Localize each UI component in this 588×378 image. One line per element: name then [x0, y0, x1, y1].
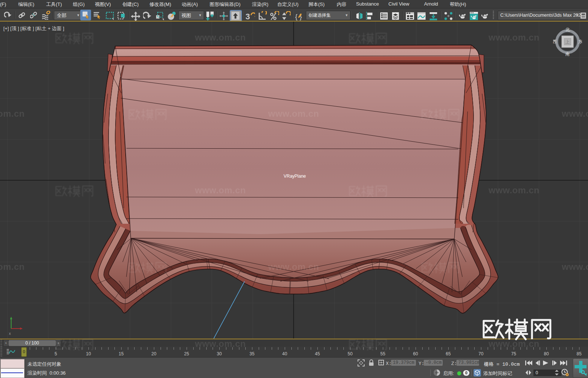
svg-text:西: 西 — [553, 39, 557, 44]
svg-text:南: 南 — [565, 51, 570, 56]
svg-text:{: { — [295, 13, 298, 20]
svg-text:x: x — [9, 332, 11, 336]
svg-text:东: 东 — [578, 39, 582, 44]
svg-text:北: 北 — [565, 27, 570, 32]
svg-text:上: 上 — [565, 39, 570, 45]
svg-text:3: 3 — [246, 12, 250, 21]
